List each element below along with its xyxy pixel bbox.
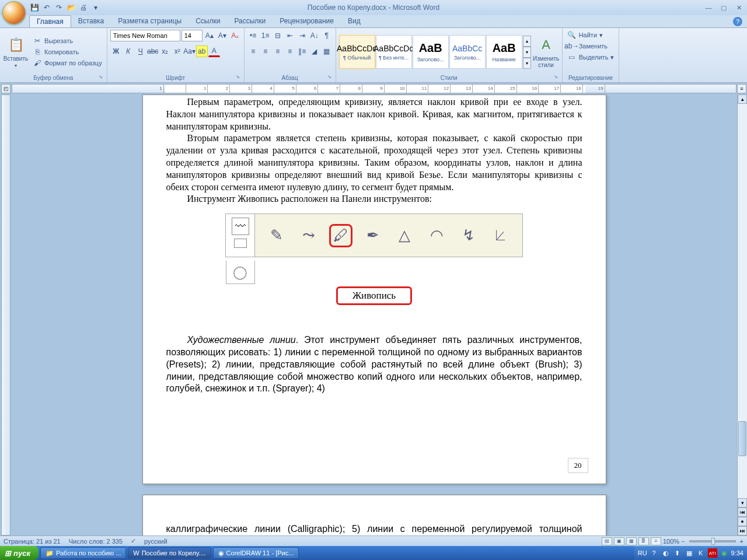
view-draft[interactable]: ≡ — [651, 537, 661, 545]
shrink-font-button[interactable]: A▾ — [217, 30, 228, 41]
tray-icon[interactable]: K — [696, 548, 706, 558]
cut-button[interactable]: ✂Вырезать — [31, 36, 104, 46]
multilevel-button[interactable]: ⊟ — [272, 30, 284, 41]
bullets-button[interactable]: •≡ — [247, 30, 259, 41]
borders-button[interactable]: ▦ — [321, 46, 333, 57]
browse-object-button[interactable]: ● — [738, 517, 747, 526]
taskbar-item-folder[interactable]: 📁Работа по пособию ... — [40, 547, 126, 559]
highlight-button[interactable]: ab — [196, 46, 208, 57]
italic-button[interactable]: К — [123, 46, 134, 57]
subscript-button[interactable]: x₂ — [159, 46, 171, 57]
tab-page-layout[interactable]: Разметка страницы — [111, 15, 189, 27]
qat-redo-icon[interactable]: ↷ — [54, 2, 64, 13]
ruler-corner[interactable]: ◰ — [1, 84, 11, 93]
view-full-screen[interactable]: ▣ — [614, 537, 624, 545]
view-web[interactable]: ▦ — [626, 537, 637, 545]
line-spacing-button[interactable]: ‖≡ — [296, 46, 308, 57]
change-case-button[interactable]: Aa▾ — [184, 46, 196, 57]
select-button[interactable]: ▭Выделить ▾ — [566, 52, 616, 62]
zoom-slider[interactable] — [689, 540, 736, 542]
align-left-button[interactable]: ≡ — [247, 46, 259, 57]
status-page[interactable]: Страница: 21 из 21 — [4, 538, 61, 545]
status-proofing-icon[interactable]: ✓ — [131, 537, 136, 545]
clipboard-launcher[interactable]: ↘ — [99, 74, 106, 81]
scroll-thumb[interactable] — [738, 421, 746, 456]
align-right-button[interactable]: ≡ — [272, 46, 284, 57]
status-language[interactable]: русский — [144, 538, 167, 545]
qat-dropdown-icon[interactable]: ▾ — [90, 2, 101, 13]
font-size-input[interactable] — [181, 30, 203, 41]
styles-launcher[interactable]: ↘ — [554, 74, 561, 81]
taskbar-item-corel[interactable]: ◉CorelDRAW 11 - [Рис... — [213, 547, 299, 559]
tray-icon[interactable]: ? — [650, 548, 659, 558]
copy-button[interactable]: ⎘Копировать — [31, 47, 104, 57]
status-zoom[interactable]: 100% — [663, 538, 679, 545]
status-words[interactable]: Число слов: 2 335 — [69, 538, 123, 545]
style-heading2[interactable]: AaBbCcЗаголово... — [449, 35, 486, 69]
style-title[interactable]: AaBНазвание — [486, 35, 522, 69]
indent-button[interactable]: ⇥ — [296, 30, 308, 41]
show-marks-button[interactable]: ¶ — [321, 30, 333, 41]
sort-button[interactable]: A↓ — [309, 30, 320, 41]
tab-mailings[interactable]: Рассылки — [227, 15, 273, 27]
view-outline[interactable]: ≣ — [638, 537, 649, 545]
tab-references[interactable]: Ссылки — [189, 15, 227, 27]
style-scroll-more[interactable]: ▾ — [523, 58, 531, 69]
font-color-button[interactable]: A — [208, 46, 220, 57]
underline-button[interactable]: Ч — [135, 46, 146, 57]
tray-icon[interactable]: ◉ — [720, 548, 729, 558]
prev-page-button[interactable]: ⏮ — [738, 508, 747, 517]
align-center-button[interactable]: ≡ — [260, 46, 271, 57]
view-print-layout[interactable]: ▤ — [602, 537, 612, 545]
zoom-out-button[interactable]: − — [681, 538, 685, 545]
next-page-button[interactable]: ⏭ — [738, 526, 747, 536]
replace-button[interactable]: ab→Заменить — [566, 41, 616, 51]
tab-home[interactable]: Главная — [29, 15, 71, 27]
maximize-button[interactable]: ▢ — [718, 3, 729, 12]
tray-icon[interactable]: ◐ — [661, 548, 671, 558]
tray-icon[interactable]: ▦ — [685, 548, 694, 558]
qat-save-icon[interactable]: 💾 — [29, 2, 40, 13]
font-name-input[interactable] — [110, 30, 180, 41]
vertical-ruler[interactable] — [1, 94, 11, 536]
outdent-button[interactable]: ⇤ — [284, 30, 296, 41]
start-button[interactable]: ⊞пуск — [0, 546, 39, 560]
qat-print-icon[interactable]: 🖨 — [78, 2, 89, 13]
justify-button[interactable]: ≡ — [284, 46, 296, 57]
strike-button[interactable]: abc — [147, 46, 159, 57]
numbering-button[interactable]: 1≡ — [260, 30, 271, 41]
minimize-button[interactable]: — — [703, 3, 714, 12]
style-scroll-down[interactable]: ▾ — [523, 47, 531, 58]
paragraph-launcher[interactable]: ↘ — [327, 74, 334, 81]
tray-lang[interactable]: RU — [638, 550, 647, 556]
ruler-toggle[interactable]: ≡ — [737, 84, 746, 93]
tray-time[interactable]: 9:34 — [731, 550, 743, 556]
style-heading1[interactable]: AaBЗаголово... — [413, 35, 449, 69]
format-painter-button[interactable]: 🖌Формат по образцу — [31, 58, 104, 68]
tab-view[interactable]: Вид — [341, 15, 368, 27]
qat-undo-icon[interactable]: ↶ — [41, 2, 52, 13]
taskbar-item-word[interactable]: WПособие по Корелу.... — [128, 547, 211, 559]
style-no-spacing[interactable]: AaBbCcDd¶ Без инте... — [376, 35, 412, 69]
qat-open-icon[interactable]: 📂 — [66, 2, 76, 13]
shading-button[interactable]: ◢ — [309, 46, 320, 57]
scroll-down-button[interactable]: ▾ — [738, 498, 747, 508]
font-launcher[interactable]: ↘ — [236, 74, 243, 81]
change-styles-button[interactable]: A Изменить стили — [533, 30, 559, 74]
zoom-in-button[interactable]: + — [740, 538, 743, 545]
help-icon[interactable]: ? — [733, 17, 742, 26]
paste-button[interactable]: 📋 Вставить ▾ — [3, 30, 29, 74]
superscript-button[interactable]: x² — [172, 46, 183, 57]
tab-review[interactable]: Рецензирование — [273, 15, 341, 27]
horizontal-ruler[interactable]: 112345678910111213141516171819 — [12, 84, 736, 93]
style-normal[interactable]: AaBbCcDd¶ Обычный — [339, 35, 375, 69]
vertical-scrollbar[interactable]: ▴ ▾ ⏮ ● ⏭ — [737, 94, 747, 536]
zoom-knob[interactable] — [711, 538, 715, 545]
bold-button[interactable]: Ж — [110, 46, 122, 57]
find-button[interactable]: 🔍Найти ▾ — [566, 30, 616, 40]
style-scroll-up[interactable]: ▴ — [523, 36, 531, 47]
tray-icon[interactable]: ⬆ — [673, 548, 682, 558]
close-button[interactable]: ✕ — [733, 3, 745, 12]
scroll-up-button[interactable]: ▴ — [738, 94, 747, 104]
tray-icon[interactable]: ATI — [708, 548, 717, 558]
